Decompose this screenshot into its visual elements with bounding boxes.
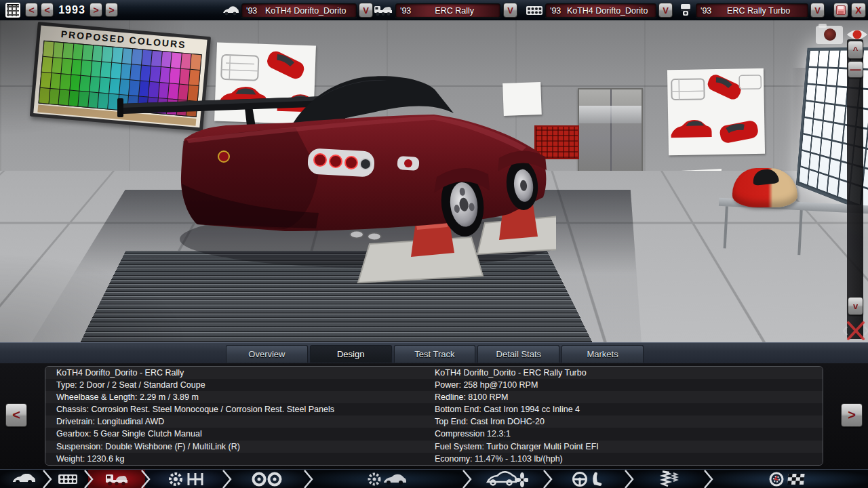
engine-family-dropdown-button[interactable]: V — [658, 3, 673, 18]
clay-model-car — [732, 168, 797, 207]
vertical-scrollbar-track[interactable] — [847, 39, 863, 339]
car-body-icon — [12, 474, 35, 485]
engine-family-selector[interactable]: '93 KoTH4 Dorifto_Dorito — [545, 3, 656, 18]
scrollbar-handle[interactable]: — — [848, 61, 863, 78]
tab-detail-stats[interactable]: Detail Stats — [477, 345, 559, 363]
automation-car-designer-window: < < 1993 > > '93 KoTH4 Dorifto_Dorito V … — [0, 0, 868, 488]
body-and-fan-icon — [486, 471, 528, 487]
garage-3d-viewport[interactable]: PROPOSED COLOURS — [0, 20, 868, 342]
calendar-icon[interactable] — [5, 3, 20, 18]
colour-swatch — [80, 76, 90, 92]
colour-swatch — [60, 74, 71, 89]
colour-swatch — [83, 45, 93, 60]
design-summary-zone: < > KoTH4 Dorifto_Dorito - ERC Rally Typ… — [0, 363, 868, 469]
colour-swatch — [151, 51, 161, 66]
trim-name: ERC Rally — [413, 6, 496, 16]
design-step-bar — [0, 469, 868, 488]
step-suspension[interactable] — [629, 470, 708, 488]
colour-swatch — [41, 73, 51, 88]
colour-swatch — [68, 90, 79, 106]
colour-swatch — [91, 61, 101, 77]
spec-row: Redline: 8100 RPM — [424, 391, 823, 403]
suspension-coil-icon — [657, 470, 680, 488]
scroll-up-button[interactable]: ^ — [848, 41, 863, 59]
step-wheels[interactable] — [226, 470, 308, 488]
colour-swatch — [52, 58, 62, 73]
camera-pan-icon[interactable] — [843, 317, 868, 342]
tab-test-track[interactable]: Test Track — [394, 345, 476, 363]
year-back-button[interactable]: < — [25, 3, 38, 17]
colour-swatch — [88, 92, 98, 108]
spec-row: Power: 258 hp@7100 RPM — [424, 379, 823, 391]
colour-swatch — [112, 47, 122, 63]
year-forward-button-2[interactable]: > — [105, 3, 118, 17]
colour-swatch — [92, 45, 102, 61]
colour-swatch — [39, 88, 50, 104]
engine-block-icon — [58, 473, 78, 485]
year-forward-button[interactable]: > — [90, 3, 102, 17]
colour-swatch — [102, 47, 113, 62]
colour-swatch — [81, 60, 92, 76]
colour-swatch — [122, 48, 132, 64]
step-drivetrain[interactable] — [145, 470, 226, 488]
year-back-button-2[interactable]: < — [41, 3, 54, 17]
engine-variant-dropdown-button[interactable]: V — [810, 3, 825, 18]
spec-row: Fuel System: Turbo Charger Multi Point E… — [424, 441, 823, 453]
tab-design[interactable]: Design — [310, 345, 392, 363]
car-3d-model[interactable] — [115, 71, 556, 305]
workbench — [716, 198, 868, 267]
floppy-disk-icon — [836, 5, 846, 15]
engine-variant-icon — [679, 4, 692, 17]
spec-row: Drivetrain: Longitudinal AWD — [45, 415, 424, 428]
trim-selector[interactable]: '93 ERC Rally — [395, 3, 500, 18]
tab-overview[interactable]: Overview — [226, 345, 308, 363]
close-button[interactable]: X — [851, 3, 866, 18]
colour-swatch — [73, 44, 83, 60]
scroll-down-button[interactable]: v — [848, 297, 863, 315]
engine-family-name: KoTH4 Dorifto_Dorito — [563, 6, 652, 16]
step-car-body[interactable] — [0, 470, 47, 488]
colour-swatch — [181, 54, 191, 69]
colour-swatch — [50, 73, 60, 89]
gear-and-car-icon — [368, 472, 407, 487]
trim-year-prefix: '93 — [400, 6, 411, 16]
design-sketch-poster-right — [667, 68, 765, 155]
colour-swatch — [49, 89, 59, 104]
car-model-icon — [222, 6, 239, 16]
top-toolbar: < < 1993 > > '93 KoTH4 Dorifto_Dorito V … — [0, 0, 868, 20]
engine-spec-column: KoTH4 Dorifto_Dorito - ERC Rally Turbo P… — [424, 367, 823, 465]
colour-swatch — [79, 92, 89, 107]
colour-swatch — [191, 54, 201, 70]
trim-dropdown-button[interactable]: V — [503, 3, 517, 18]
colour-swatch — [43, 41, 54, 57]
engine-title-row: KoTH4 Dorifto_Dorito - ERC Rally Turbo — [424, 367, 823, 379]
colour-swatch — [90, 77, 100, 92]
trim-title-row: KoTH4 Dorifto_Dorito - ERC Rally — [45, 367, 424, 379]
step-car-trim-active[interactable] — [88, 470, 145, 488]
spec-row: Compression 12.3:1 — [424, 428, 823, 440]
model-selector[interactable]: '93 KoTH4 Dorifto_Dorito — [241, 3, 357, 18]
step-engine-family[interactable] — [47, 470, 88, 488]
page-previous-button[interactable]: < — [5, 403, 27, 427]
step-aero-cooling[interactable] — [467, 470, 547, 488]
year-display: 1993 — [57, 3, 87, 18]
page-next-button[interactable]: > — [841, 403, 863, 427]
engine-family-icon — [526, 5, 543, 16]
step-interior[interactable] — [547, 470, 629, 488]
colour-swatch — [98, 93, 108, 108]
model-dropdown-button[interactable]: V — [359, 3, 373, 18]
step-engine-fitment[interactable] — [308, 470, 467, 488]
engine-variant-year-prefix: '93 — [701, 6, 711, 16]
photo-mode-icon[interactable] — [816, 26, 843, 44]
save-button[interactable] — [833, 3, 848, 18]
tab-markets[interactable]: Markets — [561, 345, 644, 363]
engine-variant-selector[interactable]: '93 ERC Rally Turbo — [696, 3, 808, 18]
model-name: KoTH4 Dorifto_Dorito — [259, 6, 352, 16]
colour-swatch — [53, 42, 63, 58]
colour-swatch — [71, 60, 81, 75]
spec-row: Wheelbase & Length: 2.29 m / 3.89 m — [45, 391, 424, 403]
step-brakes-testing[interactable] — [708, 470, 868, 488]
car-carrier-icon — [105, 472, 128, 487]
colour-swatch — [132, 49, 142, 64]
spec-row: Gearbox: 5 Gear Single Clutch Manual — [45, 428, 424, 440]
